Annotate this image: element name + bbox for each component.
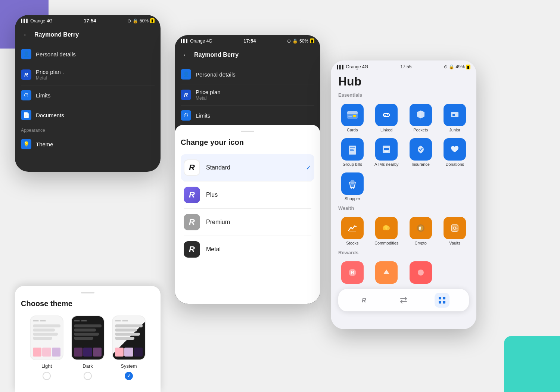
svg-rect-11: [384, 148, 389, 150]
phone-3: ▌▌▌ Orange 4G 17:55 ⊙ 🔒 49% ▮ Hub Essent…: [331, 60, 476, 329]
bg-decoration-teal: [504, 336, 560, 392]
stocks-icon: [341, 217, 364, 239]
pockets-icon: [410, 104, 432, 126]
menu-price-plan-1[interactable]: R Price plan . Metal: [15, 64, 161, 85]
menu-personal-details-2[interactable]: 👤 Personal details: [175, 65, 320, 84]
time-2: 17:54: [243, 38, 256, 44]
sheet-title-1: Choose theme: [21, 299, 155, 308]
hub-item-vaults[interactable]: Vaults: [438, 214, 472, 248]
check-icon-standard: ✓: [306, 164, 311, 172]
svg-text:R: R: [362, 297, 366, 304]
limits-icon-2: ⏱: [181, 110, 191, 121]
hub-item-reward-2[interactable]: [370, 258, 404, 287]
svg-rect-2: [348, 116, 352, 116]
hub-item-reward-1[interactable]: R: [335, 258, 370, 287]
hub-item-pockets[interactable]: Pockets: [404, 101, 438, 135]
status-bar-2: ▌▌▌ Orange 4G 17:54 ⊙ 🔒 50% ▮: [175, 35, 320, 47]
nav-transfer[interactable]: [396, 293, 411, 308]
icon-badge-metal: R: [184, 241, 200, 258]
hub-item-atms[interactable]: ATMs nearby: [370, 135, 404, 169]
back-button-1[interactable]: ←: [21, 29, 31, 40]
icon-picker-sheet: Change your icon R Standard ✓ R Plus: [175, 125, 320, 304]
sheet-title-2: Change your icon: [181, 138, 314, 147]
atms-icon: [375, 138, 398, 161]
menu-personal-details-1[interactable]: 👤 Personal details: [15, 44, 161, 64]
svg-rect-12: [385, 151, 388, 152]
reward-1-icon: R: [341, 261, 364, 284]
svg-rect-8: [350, 149, 354, 150]
icon-badge-plus: R: [184, 187, 200, 203]
theme-dark[interactable]: Dark: [71, 315, 105, 380]
svg-point-24: [454, 227, 455, 229]
reward-2-icon: [375, 261, 398, 284]
radio-dark[interactable]: [84, 372, 92, 380]
icon-option-standard[interactable]: R Standard ✓: [181, 154, 314, 181]
menu-limits-1[interactable]: ⏱ Limits: [15, 85, 161, 105]
svg-rect-5: [452, 114, 455, 116]
nav-hub[interactable]: [435, 293, 449, 308]
hub-item-reward-3[interactable]: [404, 258, 438, 287]
shopper-icon: [341, 172, 364, 195]
linked-icon: [375, 104, 398, 126]
price-plan-icon-1: R: [21, 69, 31, 80]
icon-option-premium[interactable]: R Premium: [181, 209, 314, 236]
hub-item-junior[interactable]: Junior: [438, 101, 472, 135]
hub-item-shopper[interactable]: Shopper: [335, 169, 370, 204]
carrier-1: ▌▌▌ Orange 4G: [21, 18, 53, 24]
choose-theme-sheet: Choose theme Light: [15, 286, 161, 392]
time-1: 17:54: [84, 18, 96, 24]
theme-icon-1: 💡: [21, 139, 31, 149]
radio-system[interactable]: [125, 372, 133, 380]
theme-system[interactable]: System: [112, 315, 146, 380]
hub-item-commodities[interactable]: Commodities: [370, 214, 404, 248]
svg-text:₿: ₿: [419, 226, 421, 230]
icon-badge-standard: R: [184, 159, 200, 176]
vaults-icon: [444, 217, 466, 239]
svg-rect-9: [350, 150, 354, 151]
reward-3-icon: [410, 261, 432, 284]
essentials-grid: Cards Linked: [331, 101, 476, 204]
svg-rect-1: [347, 111, 358, 114]
menu-theme-1[interactable]: 💡 Theme: [15, 134, 161, 154]
sheet-handle-1: [81, 292, 94, 293]
hub-item-insurance[interactable]: Insurance: [404, 135, 438, 169]
svg-point-18: [384, 225, 388, 228]
wealth-label: Wealth: [331, 204, 476, 214]
nav-title-2: Raymond Berry: [194, 52, 239, 58]
icon-option-plus[interactable]: R Plus: [181, 181, 314, 208]
hub-item-donations[interactable]: Donations: [438, 135, 472, 169]
hub-item-cards[interactable]: Cards: [335, 101, 370, 135]
status-bar-1: ▌▌▌ Orange 4G 17:54 ⊙ 🔒 50% ▮: [15, 15, 161, 27]
menu-limits-2[interactable]: ⏱ Limits: [175, 106, 320, 125]
svg-rect-3: [353, 115, 356, 117]
appearance-label-1: Appearance: [15, 125, 161, 134]
hub-item-stocks[interactable]: Stocks: [335, 214, 370, 248]
svg-point-28: [418, 270, 424, 276]
sheet-handle-2: [241, 131, 254, 132]
icon-option-metal[interactable]: R Metal: [181, 236, 314, 263]
nav-bar-2: ← Raymond Berry: [175, 47, 320, 65]
crypto-icon: ₿: [410, 217, 432, 239]
hub-title: Hub: [331, 71, 476, 91]
back-button-2[interactable]: ←: [181, 50, 191, 60]
svg-rect-32: [439, 301, 441, 304]
svg-rect-33: [443, 301, 445, 304]
cards-icon: [341, 104, 364, 126]
menu-price-plan-2[interactable]: R Price plan Metal: [175, 84, 320, 105]
battery-1: ⊙ 🔒 50% ▮: [127, 18, 155, 24]
svg-rect-6: [349, 146, 356, 155]
price-plan-icon-2: R: [181, 90, 191, 100]
commodities-icon: [375, 217, 398, 239]
theme-light[interactable]: Light: [30, 315, 63, 380]
hub-item-crypto[interactable]: ₿ Crypto: [404, 214, 438, 248]
radio-light[interactable]: [43, 372, 51, 380]
icon-badge-premium: R: [184, 214, 200, 230]
phone3-content: ▌▌▌ Orange 4G 17:55 ⊙ 🔒 49% ▮ Hub Essent…: [331, 60, 476, 329]
hub-item-group-bills[interactable]: Group bills: [335, 135, 370, 169]
personal-icon-1: 👤: [21, 49, 31, 59]
hub-item-linked[interactable]: Linked: [370, 101, 404, 135]
menu-documents-1[interactable]: 📄 Documents: [15, 105, 161, 125]
svg-point-15: [353, 188, 354, 189]
nav-home[interactable]: R: [358, 293, 373, 308]
battery-2: ⊙ 🔒 50% ▮: [287, 38, 314, 44]
